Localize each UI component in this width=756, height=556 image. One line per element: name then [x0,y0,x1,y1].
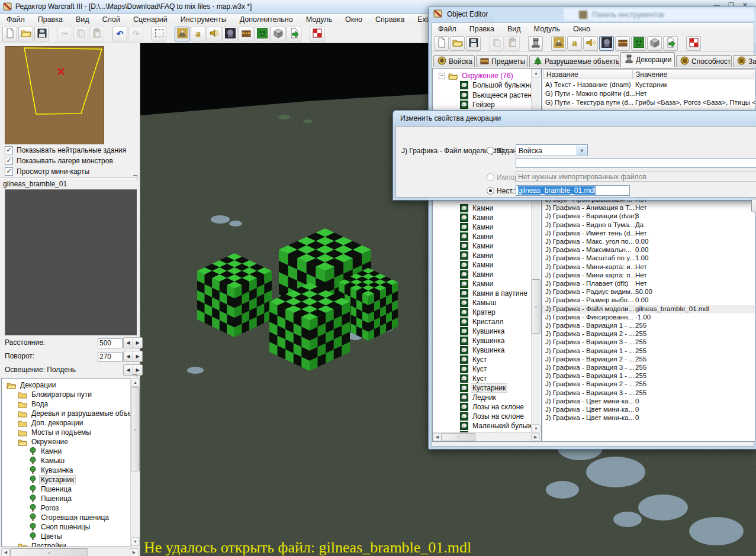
cut-button[interactable]: ✂ [57,27,72,41]
player-button[interactable] [255,27,269,41]
oe-menu-окно[interactable]: Окно [567,24,597,34]
table-row[interactable]: J) Графика - Вариация 3 - ...255 [542,338,755,347]
distance-increase-button[interactable]: ▶ [133,337,143,348]
checkbox-row[interactable]: ✓ Показывать лагеря монстров [5,157,113,165]
test-map-button[interactable] [686,36,701,51]
scroll-down-button[interactable]: ▼ [131,537,140,546]
table-row[interactable]: G) Пути - Текстура пути (d...Грибы <База… [542,99,755,107]
oe-tree-item[interactable]: Маленький булыж [460,421,534,431]
palette-item-7[interactable]: Камни [29,447,63,456]
table-row[interactable]: J) Графика - Вариация 1 - ...255 [542,372,755,380]
import-button[interactable] [287,27,301,41]
oe-menu-файл[interactable]: Файл [432,24,463,34]
column-header-name[interactable]: Название [543,69,633,79]
palette-item-8[interactable]: Камыш [29,456,66,466]
oe-tree-item[interactable]: Куст [460,364,488,374]
table-row[interactable]: J) Графика - Макс. угол по...0.00 [542,238,755,246]
oe-tree-item[interactable]: Кувшинка [460,345,507,355]
rotation-decrease-button[interactable]: ◀ [123,351,133,362]
menu-инструменты[interactable]: Инструменты [174,14,233,25]
oe-tree-item[interactable]: Куст [460,355,488,364]
oe-tree-item[interactable]: Камни [460,270,495,279]
unit-button[interactable] [223,27,237,41]
terrain-button[interactable] [551,36,566,51]
preset-detail-field[interactable] [516,159,756,168]
oe-tree-item[interactable]: Камни [460,222,495,232]
table-row[interactable]: J) Графика - Вариация 3 - ...255 [542,364,755,372]
scroll-thumb[interactable]: ≡ [10,548,88,556]
table-row[interactable]: J) Графика - Радиус видим...50.00 [542,288,755,296]
rotation-input[interactable]: 270 [98,352,123,362]
open-folder-button[interactable] [18,27,33,41]
redo-button[interactable]: ↷ [128,27,143,41]
player-button[interactable] [631,36,646,51]
oe-tree-hscrollbar[interactable]: ◀ ≡ ▶ [433,432,540,441]
terrain-button[interactable] [175,27,189,41]
palette-item-14[interactable]: Сгоревшая пшеница [29,513,111,522]
cube-button[interactable] [271,27,285,41]
checkbox-row[interactable]: ✓ Просмотр мини-карты [5,167,89,176]
rotation-increase-button[interactable]: ▶ [133,351,143,362]
text-a-button[interactable]: a [567,36,582,51]
oe-menu-правка[interactable]: Правка [463,24,501,34]
oe-tree-item[interactable]: Камни [460,213,495,222]
oe-tree-item[interactable]: Камни [460,203,495,213]
copy-button[interactable] [73,27,88,41]
oe-tree-item[interactable]: Ледник [460,393,498,402]
checkbox-neutral-buildings[interactable]: ✓ [5,146,13,154]
oe-tree-item[interactable]: Лозы на склоне [460,412,526,421]
save-button[interactable] [34,27,49,41]
table-row[interactable]: G) Пути - Можно пройти (d...Нет [542,90,755,98]
unit-button[interactable] [599,36,614,51]
scroll-up-button[interactable]: ▲ [131,378,140,387]
new-file-button[interactable] [434,36,449,51]
distance-decrease-button[interactable]: ◀ [123,337,133,348]
palette-item-11[interactable]: Пшеница [29,484,73,494]
table-row[interactable]: J) Графика - Вариация 1 - ...255 [542,322,755,330]
table-row[interactable]: J) Графика - Вариация 3 - ...255 [542,389,755,397]
palette-item-12[interactable]: Пшеница [29,494,73,503]
oe-tree-item[interactable]: Камни [460,232,495,241]
import-button[interactable] [663,36,678,51]
scroll-left-button[interactable]: ◀ [1,548,10,556]
table-row[interactable]: J) Графика - Вариация 2 - ...255 [542,355,755,364]
save-button[interactable] [466,36,481,51]
ok-button[interactable] [751,199,756,212]
scroll-thumb[interactable]: ≡ [442,433,475,441]
oe-menu-вид[interactable]: Вид [501,24,527,34]
object-editor-titlebar[interactable]: Object Editor Панель инструментов [429,7,756,22]
palette-item-4[interactable]: Доп. декорации [18,418,85,428]
palette-item-10[interactable]: Кустарник [29,475,76,484]
palette-item-2[interactable]: Вода [18,399,50,409]
item-button[interactable] [615,36,630,51]
collapse-expander-icon[interactable]: − [439,73,445,79]
menu-правка[interactable]: Правка [31,14,69,25]
scroll-thumb[interactable]: ≡ [532,279,541,334]
palette-item-5[interactable]: Мосты и подъемы [18,428,93,437]
sound-button[interactable] [583,36,598,51]
tab-tab-buffs[interactable]: Зак [733,55,756,67]
tab-tab-abilities[interactable]: Способности [676,55,732,67]
palette-item-16[interactable]: Цветы [29,532,64,541]
menu-слой[interactable]: Слой [96,14,127,25]
open-folder-button[interactable] [450,36,465,51]
palette-item-13[interactable]: Рогоз [29,503,60,513]
oe-tree-item[interactable]: Гейзер [460,100,497,109]
oe-tree-item[interactable]: Кувшинка [460,327,507,336]
tab-tab-items[interactable]: Предметы [476,55,528,67]
oe-tree-item[interactable]: Камыш [460,298,498,308]
menu-сценарий[interactable]: Сценарий [127,14,174,25]
oe-tree-item[interactable]: Большой булыжни [460,80,535,90]
oe-tree-item[interactable]: Куст [460,374,488,383]
table-row[interactable]: J) Графика - Мини-карта: и...Нет [542,263,755,271]
menu-файл[interactable]: Файл [0,14,31,25]
text-a-button[interactable]: a [191,27,205,41]
doodad-preview-box[interactable] [5,189,137,336]
table-row[interactable]: J) Графика - Цвет мини-ка...0 [542,414,755,422]
palette-item-9[interactable]: Кувшинка [29,466,75,475]
menu-дополнительно[interactable]: Дополнительно [233,14,300,25]
oe-tree-item[interactable]: Кувшинка [460,336,507,345]
tab-tab-doodads[interactable]: Декорации [620,52,675,67]
oe-tree-item[interactable]: Лозы на склоне [460,402,526,412]
menu-вид[interactable]: Вид [69,14,96,25]
